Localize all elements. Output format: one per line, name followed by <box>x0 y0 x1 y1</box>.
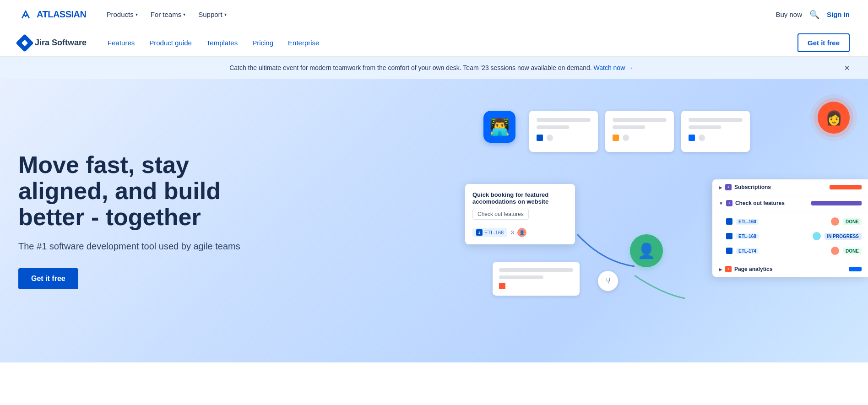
etl-174-icon <box>726 248 732 254</box>
mock-card-2 <box>605 111 674 152</box>
hero-illustration: 👨‍💻 <box>456 92 868 358</box>
pricing-link[interactable]: Pricing <box>246 35 280 50</box>
etl-160-icon <box>726 218 732 225</box>
etl-160-avatar <box>831 217 839 226</box>
check-features-bar <box>811 201 862 205</box>
check-features-label: Check out features <box>735 200 785 206</box>
quick-booking-popup: Quick booking for featured accomodations… <box>465 184 575 244</box>
top-navigation: ATLASSIAN Products ▾ For teams ▾ Support… <box>0 0 868 29</box>
product-nav-links: Features Product guide Templates Pricing… <box>101 35 326 50</box>
page-analytics-label: Page analytics <box>734 266 772 272</box>
atlassian-logo-text: ATLASSIAN <box>37 9 86 20</box>
atlassian-logo[interactable]: ATLASSIAN <box>18 7 86 22</box>
page-analytics-icon: + <box>725 266 732 272</box>
panel-items-list: ETL-160 DONE ETL-168 IN PROGRESS <box>712 211 868 261</box>
etl-160-label: ETL-160 <box>736 219 759 225</box>
top-nav-right: Buy now 🔍 Sign in <box>776 10 850 20</box>
right-panel: ▶ + Subscriptions ▼ + Check out features <box>712 179 868 277</box>
hero-content: Move fast, stay aligned, and build bette… <box>18 152 256 290</box>
check-features-header: ▼ + Check out features <box>712 195 868 211</box>
jira-brand: Jira Software <box>18 37 87 49</box>
avatar-blue-developer: 👨‍💻 <box>483 111 515 143</box>
mock-card-3 <box>681 111 750 152</box>
git-merge-icon: ⑂ <box>598 271 618 291</box>
etl-icon: J <box>476 229 483 236</box>
avatar-green-user: 👤 <box>630 234 663 267</box>
top-nav-left: ATLASSIAN Products ▾ For teams ▾ Support… <box>18 7 232 22</box>
etl-badge: J ETL-168 <box>472 228 507 237</box>
page-analytics-row: ▶ + Page analytics <box>712 261 868 277</box>
subscriptions-label: Subscriptions <box>734 184 771 190</box>
get-it-free-button[interactable]: Get it free <box>797 33 850 52</box>
etl-160-status: DONE <box>843 218 862 225</box>
developer-avatar-icon: 👨‍💻 <box>489 117 510 136</box>
sign-in-link[interactable]: Sign in <box>827 11 850 18</box>
etl-168-icon <box>726 233 732 239</box>
panel-subscriptions-row: ▶ + Subscriptions <box>712 179 868 195</box>
products-nav-link[interactable]: Products ▾ <box>101 7 143 22</box>
expand-icon: ▶ <box>719 185 722 190</box>
chevron-down-icon: ▾ <box>183 12 185 17</box>
product-guide-link[interactable]: Product guide <box>143 35 198 50</box>
features-link[interactable]: Features <box>101 35 141 50</box>
popup-tag: Check out features <box>472 209 529 220</box>
collapse-icon: ▼ <box>719 201 723 206</box>
search-icon[interactable]: 🔍 <box>809 10 819 20</box>
hero-section: Move fast, stay aligned, and build bette… <box>0 79 868 362</box>
jira-product-name: Jira Software <box>35 38 87 48</box>
analytics-expand-icon: ▶ <box>719 267 722 272</box>
banner-watch-now-link[interactable]: Watch now → <box>594 64 634 71</box>
analytics-bar <box>849 267 862 271</box>
chevron-down-icon: ▾ <box>136 12 138 17</box>
panel-item-etl168: ETL-168 IN PROGRESS <box>712 229 868 243</box>
product-nav-left: Jira Software Features Product guide Tem… <box>18 35 326 50</box>
avatar-red-user: 👩 <box>818 102 850 134</box>
for-teams-nav-link[interactable]: For teams ▾ <box>145 7 191 22</box>
etl-174-avatar <box>831 247 839 255</box>
product-navigation: Jira Software Features Product guide Tem… <box>0 29 868 57</box>
panel-item-etl174: ETL-174 DONE <box>712 243 868 258</box>
etl-168-status: IN PROGRESS <box>825 233 862 240</box>
announcement-banner: Catch the ultimate event for modern team… <box>0 57 868 79</box>
hero-subtitle: The #1 software development tool used by… <box>18 241 256 252</box>
buy-now-link[interactable]: Buy now <box>776 11 802 18</box>
subscriptions-icon: + <box>725 184 732 190</box>
popup-card-title: Quick booking for featured accomodations… <box>472 191 568 205</box>
green-user-icon: 👤 <box>637 242 656 259</box>
hero-cta-button[interactable]: Get it free <box>18 268 78 289</box>
templates-link[interactable]: Templates <box>200 35 244 50</box>
jira-logo-icon <box>16 34 34 52</box>
support-nav-link[interactable]: Support ▾ <box>193 7 232 22</box>
popup-footer: J ETL-168 3 👤 <box>472 228 568 237</box>
bottom-mock-card <box>493 262 580 296</box>
enterprise-link[interactable]: Enterprise <box>282 35 326 50</box>
top-nav-links: Products ▾ For teams ▾ Support ▾ <box>101 7 232 22</box>
etl-168-avatar <box>813 232 821 240</box>
etl-174-label: ETL-174 <box>736 248 759 254</box>
chevron-down-icon: ▾ <box>224 12 227 17</box>
bottom-card-dot <box>499 283 505 289</box>
banner-close-button[interactable]: × <box>844 63 850 72</box>
etl-174-status: DONE <box>843 248 862 254</box>
user-avatar-icon: 👩 <box>825 110 842 126</box>
popup-count: 3 <box>511 230 514 235</box>
etl-168-label: ETL-168 <box>736 233 759 239</box>
panel-item-etl160: ETL-160 DONE <box>712 214 868 229</box>
mock-card-1 <box>529 111 598 152</box>
banner-text: Catch the ultimate event for modern team… <box>18 64 844 71</box>
subscriptions-bar <box>830 185 862 189</box>
check-features-icon: + <box>726 200 732 206</box>
hero-title: Move fast, stay aligned, and build bette… <box>18 152 256 231</box>
popup-user-avatar: 👤 <box>517 228 526 237</box>
